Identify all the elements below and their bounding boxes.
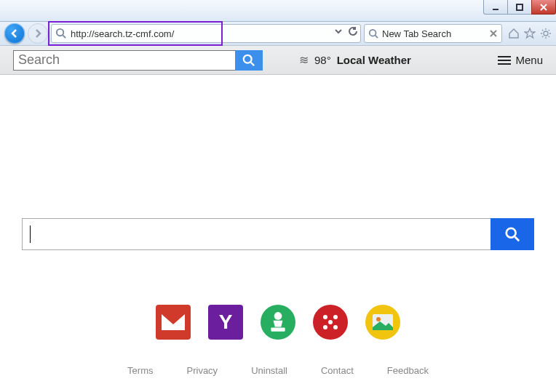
window-minimize-button[interactable] xyxy=(483,0,508,15)
page-content: Y Terms Privacy Uninstall Contact Feedba… xyxy=(0,75,556,392)
pawn-icon xyxy=(269,311,287,333)
main-search-input[interactable] xyxy=(22,218,491,250)
footer-links: Terms Privacy Uninstall Contact Feedback xyxy=(0,365,556,376)
dice-link[interactable] xyxy=(313,305,348,340)
yahoo-link[interactable]: Y xyxy=(208,305,243,340)
back-button[interactable] xyxy=(4,23,25,44)
svg-point-15 xyxy=(274,312,282,320)
home-icon[interactable] xyxy=(508,28,520,39)
gmail-link[interactable] xyxy=(156,305,191,340)
window-close-button[interactable] xyxy=(531,0,556,15)
footer-privacy[interactable]: Privacy xyxy=(187,365,218,376)
address-bar[interactable] xyxy=(51,24,361,43)
menu-label: Menu xyxy=(515,54,543,66)
photos-link[interactable] xyxy=(365,305,400,340)
footer-uninstall[interactable]: Uninstall xyxy=(251,365,287,376)
heat-icon: ≋ xyxy=(299,53,309,67)
weather-widget[interactable]: ≋ 98° Local Weather xyxy=(299,53,411,67)
maximize-icon xyxy=(515,3,524,12)
hamburger-icon xyxy=(498,54,511,67)
window-titlebar xyxy=(0,0,556,22)
tab-title: New Tab Search xyxy=(382,28,451,39)
svg-point-17 xyxy=(323,315,327,319)
minimize-icon xyxy=(491,3,500,12)
footer-contact[interactable]: Contact xyxy=(321,365,354,376)
menu-button[interactable]: Menu xyxy=(498,54,543,67)
chess-link[interactable] xyxy=(261,305,295,340)
dice-icon xyxy=(319,311,341,333)
close-icon xyxy=(539,3,548,12)
main-search-container xyxy=(22,218,534,250)
svg-line-12 xyxy=(251,62,255,65)
browser-navbar: New Tab Search xyxy=(0,22,556,46)
dropdown-icon[interactable] xyxy=(333,26,343,36)
svg-point-21 xyxy=(333,325,338,329)
svg-point-6 xyxy=(370,30,376,36)
arrow-right-icon xyxy=(32,28,44,39)
footer-feedback[interactable]: Feedback xyxy=(387,365,429,376)
svg-rect-16 xyxy=(271,328,285,332)
tab-search-icon xyxy=(368,28,378,39)
settings-icon[interactable] xyxy=(540,28,552,39)
browser-toolbar-icons xyxy=(505,28,552,39)
arrow-left-icon xyxy=(9,28,20,39)
svg-point-18 xyxy=(333,315,338,319)
quicklinks-row: Y xyxy=(0,305,556,340)
weather-label: Local Weather xyxy=(337,54,411,66)
text-cursor xyxy=(30,225,31,243)
svg-point-4 xyxy=(57,29,63,36)
svg-point-10 xyxy=(544,31,548,36)
svg-point-23 xyxy=(376,317,381,321)
search-icon xyxy=(504,226,520,242)
address-bar-container xyxy=(51,24,361,43)
address-bar-controls xyxy=(333,26,358,36)
search-icon xyxy=(242,54,255,67)
toolbar-search-button[interactable] xyxy=(235,50,263,71)
favorites-icon[interactable] xyxy=(524,28,536,39)
browser-tab[interactable]: New Tab Search xyxy=(364,24,502,43)
page-toolbar: ≋ 98° Local Weather Menu xyxy=(0,46,556,75)
footer-terms[interactable]: Terms xyxy=(127,365,153,376)
svg-point-19 xyxy=(328,320,333,324)
main-search-button[interactable] xyxy=(491,218,534,250)
search-icon xyxy=(55,28,66,39)
toolbar-search-input[interactable] xyxy=(13,50,235,71)
svg-point-11 xyxy=(244,55,252,63)
tab-close-icon[interactable] xyxy=(489,29,498,38)
svg-point-13 xyxy=(507,228,516,238)
picture-icon xyxy=(373,314,393,330)
svg-line-7 xyxy=(376,36,378,39)
svg-rect-1 xyxy=(517,4,523,10)
svg-line-14 xyxy=(515,237,520,241)
svg-point-20 xyxy=(323,325,327,329)
envelope-icon xyxy=(162,314,185,330)
refresh-icon[interactable] xyxy=(348,26,358,36)
svg-line-5 xyxy=(63,35,65,38)
forward-button[interactable] xyxy=(28,23,48,44)
yahoo-icon: Y xyxy=(219,311,233,334)
window-maximize-button[interactable] xyxy=(507,0,532,15)
weather-temperature: 98° xyxy=(314,54,331,66)
